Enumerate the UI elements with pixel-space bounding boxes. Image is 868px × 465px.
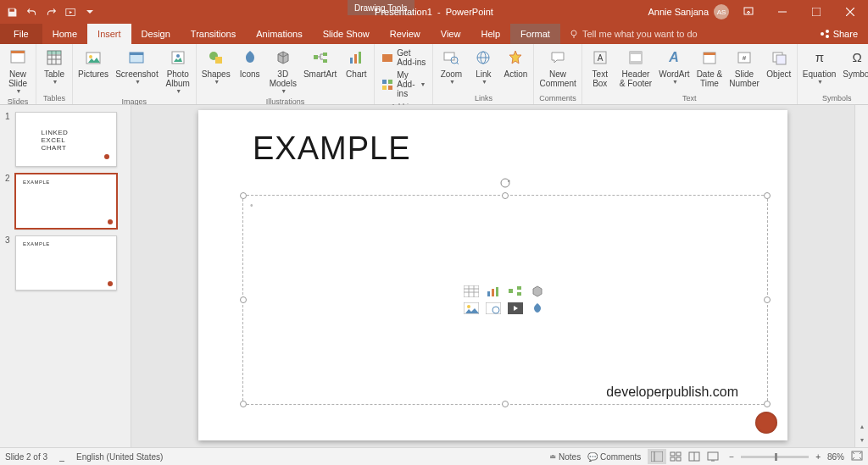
document-name: Presentation1 xyxy=(375,7,432,17)
object-button[interactable]: Object xyxy=(764,46,794,80)
close-icon[interactable] xyxy=(836,0,865,24)
zoom-slider[interactable] xyxy=(741,456,809,458)
text-box-icon: A xyxy=(590,47,610,68)
insert-online-picture-icon[interactable] xyxy=(486,302,501,314)
zoom-out-icon[interactable]: − xyxy=(729,452,734,462)
resize-handle[interactable] xyxy=(240,296,247,303)
slide-title[interactable]: EXAMPLE xyxy=(253,130,411,167)
minimize-icon[interactable] xyxy=(768,0,797,24)
equation-icon: π xyxy=(810,47,830,68)
tab-transitions[interactable]: Transitions xyxy=(181,24,246,44)
zoom-in-icon[interactable]: + xyxy=(815,452,821,462)
slide-counter[interactable]: Slide 2 of 3 xyxy=(5,452,47,462)
reading-view-icon[interactable] xyxy=(685,449,704,464)
qat-customize-icon[interactable] xyxy=(83,5,97,19)
language-status[interactable]: English (United States) xyxy=(76,452,163,462)
chart-button[interactable]: Chart xyxy=(341,46,371,80)
insert-icon-icon[interactable] xyxy=(530,302,545,314)
tab-slideshow[interactable]: Slide Show xyxy=(313,24,380,44)
insert-picture-icon[interactable] xyxy=(464,302,479,314)
save-icon[interactable] xyxy=(5,5,19,19)
spellcheck-icon[interactable]: ⎯ xyxy=(59,452,64,462)
undo-icon[interactable] xyxy=(25,5,38,19)
screenshot-button[interactable]: Screenshot▼ xyxy=(113,46,161,86)
slide[interactable]: EXAMPLE • developerpublish.com xyxy=(198,110,787,440)
svg-point-14 xyxy=(89,55,92,58)
tab-design[interactable]: Design xyxy=(131,24,181,44)
resize-handle[interactable] xyxy=(764,296,771,303)
photo-album-button[interactable]: Photo Album▼ xyxy=(163,46,193,96)
zoom-button[interactable]: Zoom▼ xyxy=(436,46,466,86)
pictures-button[interactable]: Pictures xyxy=(75,46,111,80)
slideshow-view-icon[interactable] xyxy=(704,449,722,464)
slide-canvas-area[interactable]: EXAMPLE • developerpublish.com xyxy=(131,105,854,447)
store-icon xyxy=(381,52,393,64)
equation-button[interactable]: πEquation▼ xyxy=(800,46,838,86)
tell-me-search[interactable]: Tell me what you want to do xyxy=(569,24,698,44)
maximize-icon[interactable] xyxy=(802,0,831,24)
notes-button[interactable]: ≐ Notes xyxy=(549,452,581,462)
action-button[interactable]: Action xyxy=(500,46,531,80)
tab-file[interactable]: File xyxy=(0,24,42,44)
tab-animations[interactable]: Animations xyxy=(246,24,312,44)
share-button[interactable]: Share xyxy=(810,24,868,44)
table-button[interactable]: Table▼ xyxy=(39,46,70,86)
start-from-beginning-icon[interactable] xyxy=(64,5,77,19)
tab-insert[interactable]: Insert xyxy=(87,24,131,44)
insert-3d-model-icon[interactable] xyxy=(530,285,545,297)
resize-handle[interactable] xyxy=(764,192,771,199)
svg-rect-21 xyxy=(314,55,318,59)
slide-number-button[interactable]: #Slide Number xyxy=(726,46,762,90)
slide-thumbnail-3[interactable]: EXAMPLE xyxy=(15,235,117,291)
shapes-button[interactable]: Shapes▼ xyxy=(199,46,233,86)
insert-chart-icon[interactable] xyxy=(486,285,501,297)
resize-handle[interactable] xyxy=(502,401,509,407)
tab-view[interactable]: View xyxy=(431,24,471,44)
slide-sorter-view-icon[interactable] xyxy=(666,449,685,464)
new-slide-button[interactable]: New Slide▼ xyxy=(3,46,33,96)
get-addins-button[interactable]: Get Add-ins xyxy=(379,47,428,68)
3d-models-button[interactable]: 3D Models▼ xyxy=(267,46,299,96)
user-name[interactable]: Annie Sanjana xyxy=(648,7,709,17)
window-title: Presentation1 - PowerPoint xyxy=(375,7,493,17)
tab-format[interactable]: Format xyxy=(510,24,560,44)
smartart-button[interactable]: SmartArt xyxy=(301,46,339,80)
svg-rect-73 xyxy=(676,457,681,461)
icons-button[interactable]: Icons xyxy=(235,46,265,80)
insert-table-icon[interactable] xyxy=(464,285,479,297)
slide-thumbnail-2[interactable]: EXAMPLE xyxy=(15,174,117,229)
resize-handle[interactable] xyxy=(502,192,509,199)
content-placeholder[interactable]: • xyxy=(242,195,768,405)
next-slide-icon[interactable]: ▾ xyxy=(856,434,868,446)
user-avatar[interactable]: AS xyxy=(714,4,729,19)
group-label-comments: Comments xyxy=(537,92,578,104)
my-addins-button[interactable]: My Add-ins▼ xyxy=(379,69,428,99)
link-button[interactable]: Link▼ xyxy=(468,46,498,86)
new-comment-button[interactable]: New Comment xyxy=(537,46,578,90)
insert-smartart-icon[interactable] xyxy=(508,285,523,297)
resize-handle[interactable] xyxy=(240,401,247,407)
vertical-scrollbar[interactable]: ▴ ▾ xyxy=(854,105,868,447)
tab-home[interactable]: Home xyxy=(42,24,87,44)
slide-thumbnail-1[interactable]: LINKED EXCEL CHART xyxy=(15,112,117,167)
ribbon-options-icon[interactable] xyxy=(734,0,763,24)
rotate-handle-icon[interactable] xyxy=(499,177,511,189)
text-box-button[interactable]: AText Box xyxy=(585,46,615,90)
zoom-level[interactable]: 86% xyxy=(827,452,844,462)
header-footer-button[interactable]: Header & Footer xyxy=(617,46,654,90)
redo-icon[interactable] xyxy=(44,5,58,19)
tab-help[interactable]: Help xyxy=(470,24,510,44)
comments-button[interactable]: 💬 Comments xyxy=(587,452,641,462)
insert-video-icon[interactable] xyxy=(508,302,523,314)
resize-handle[interactable] xyxy=(764,401,771,407)
normal-view-icon[interactable] xyxy=(648,449,666,464)
tab-review[interactable]: Review xyxy=(380,24,431,44)
date-time-button[interactable]: Date & Time xyxy=(694,46,726,90)
slide-thumbnail-panel[interactable]: 1LINKED EXCEL CHART 2EXAMPLE 3EXAMPLE xyxy=(0,105,131,447)
resize-handle[interactable] xyxy=(240,192,247,199)
wordart-button[interactable]: AWordArt▼ xyxy=(656,46,693,86)
fit-to-window-icon[interactable] xyxy=(851,451,863,462)
symbol-button[interactable]: ΩSymbol xyxy=(840,46,868,80)
comment-icon xyxy=(548,47,568,68)
prev-slide-icon[interactable]: ▴ xyxy=(856,420,868,432)
